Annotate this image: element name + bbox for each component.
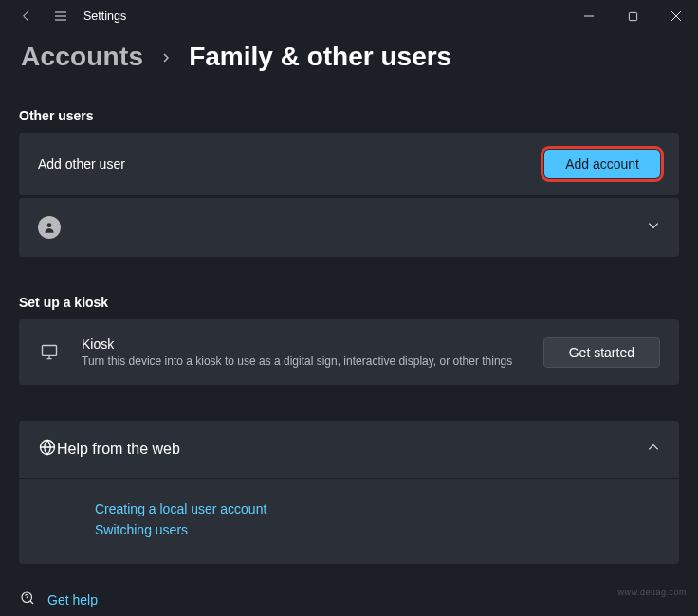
get-help-text: Get help bbox=[47, 592, 98, 607]
help-links-panel: Creating a local user account Switching … bbox=[19, 478, 679, 564]
globe-icon bbox=[38, 438, 57, 461]
breadcrumb-current: Family & other users bbox=[189, 42, 451, 72]
user-account-row[interactable] bbox=[19, 198, 679, 257]
get-help-link[interactable]: Get help bbox=[19, 589, 98, 610]
svg-rect-2 bbox=[43, 345, 57, 355]
close-button[interactable] bbox=[654, 0, 698, 32]
breadcrumb: Accounts Family & other users bbox=[0, 32, 698, 72]
window-title: Settings bbox=[83, 9, 126, 23]
add-other-user-label: Add other user bbox=[38, 156, 125, 172]
kiosk-description: Turn this device into a kiosk to use as … bbox=[82, 354, 512, 368]
maximize-button[interactable] bbox=[611, 0, 654, 32]
kiosk-row: Kiosk Turn this device into a kiosk to u… bbox=[19, 319, 679, 385]
svg-rect-0 bbox=[629, 12, 636, 20]
chevron-down-icon bbox=[647, 219, 660, 236]
chevron-up-icon bbox=[647, 441, 660, 458]
add-other-user-row: Add other user Add account bbox=[19, 133, 679, 195]
help-link-switching-users[interactable]: Switching users bbox=[95, 522, 660, 537]
user-avatar-icon bbox=[38, 216, 61, 239]
add-account-button[interactable]: Add account bbox=[544, 150, 660, 178]
breadcrumb-parent[interactable]: Accounts bbox=[21, 42, 143, 72]
help-from-web-row[interactable]: Help from the web bbox=[19, 421, 679, 478]
minimize-button[interactable] bbox=[567, 0, 611, 32]
help-from-web-title: Help from the web bbox=[57, 441, 180, 458]
other-users-heading: Other users bbox=[0, 108, 698, 123]
svg-point-1 bbox=[47, 223, 52, 227]
watermark: www.deuag.com bbox=[617, 588, 687, 597]
nav-menu-button[interactable] bbox=[44, 0, 78, 32]
chevron-right-icon bbox=[160, 48, 172, 68]
kiosk-icon bbox=[38, 341, 61, 364]
help-link-create-local-account[interactable]: Creating a local user account bbox=[95, 501, 660, 516]
back-button[interactable] bbox=[9, 0, 44, 32]
kiosk-title: Kiosk bbox=[82, 336, 512, 352]
kiosk-get-started-button[interactable]: Get started bbox=[543, 337, 660, 368]
setup-kiosk-heading: Set up a kiosk bbox=[0, 295, 698, 310]
help-icon bbox=[19, 589, 36, 610]
